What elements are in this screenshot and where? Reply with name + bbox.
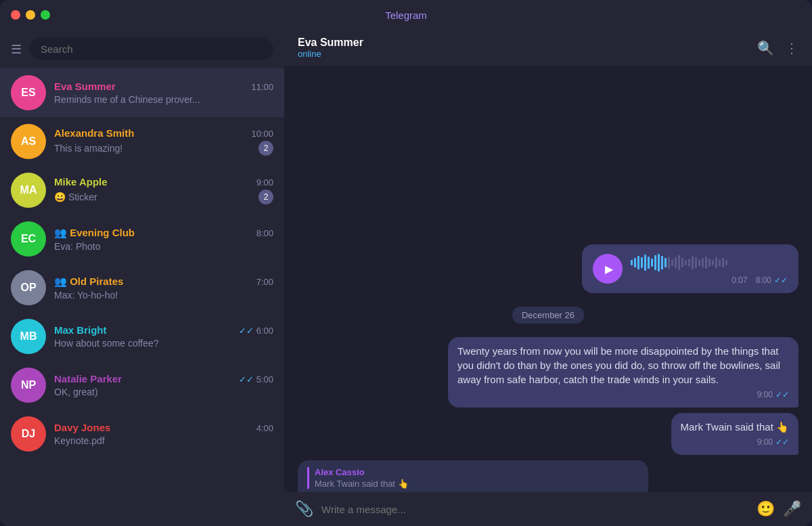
unread-badge: 2 <box>258 141 273 156</box>
play-button[interactable] <box>593 254 623 284</box>
audio-msg-time: 8:00 <box>756 276 771 285</box>
chat-preview: Eva: Photo <box>54 241 273 252</box>
chat-info-evening-club: 👥 Evening Club 8:00 Eva: Photo <box>54 227 273 252</box>
chat-time: 7:00 <box>256 277 273 287</box>
chat-info-eva-summer: Eva Summer 11:00 Reminds me of a Chinese… <box>54 81 273 105</box>
chat-preview: Reminds me of a Chinese prover... <box>54 94 273 105</box>
quote-text: Twenty years from now you will be more d… <box>457 345 780 385</box>
message-row-short: Mark Twain said that 👆 9:00 ✓✓ <box>298 413 798 455</box>
minimize-button[interactable] <box>26 10 35 20</box>
chat-time: 8:00 <box>256 228 273 238</box>
chat-name: Natalie Parker <box>54 373 122 385</box>
chat-item-max-bright[interactable]: MB Max Bright ✓✓ 6:00 How about some cof… <box>0 312 284 361</box>
reply-ref-text: Mark Twain said that 👆 <box>315 479 639 489</box>
search-icon[interactable]: 🔍 <box>757 40 774 56</box>
chat-header-actions: 🔍 ⋮ <box>757 40 798 56</box>
chat-info-davy-jones: Davy Jones 4:00 Keynote.pdf <box>54 422 273 446</box>
double-check-icon: ✓✓ <box>239 374 254 385</box>
search-input[interactable] <box>30 38 273 60</box>
reply-bubble: Alex Cassio Mark Twain said that 👆 Remin… <box>298 460 648 492</box>
chat-time: ✓✓ 5:00 <box>239 374 273 385</box>
avatar-eva-summer: ES <box>11 75 46 110</box>
chat-header: Eva Summer online 🔍 ⋮ <box>284 30 812 66</box>
chat-preview: 😀 Sticker 2 <box>54 190 273 204</box>
chat-item-mike-apple[interactable]: MA Mike Apple 9:00 😀 Sticker 2 <box>0 166 284 215</box>
message-row-audio: 0:07 8:00 ✓✓ <box>298 244 798 293</box>
short-meta: 9:00 ✓✓ <box>681 437 789 448</box>
chat-preview: This is amazing! 2 <box>54 141 273 156</box>
avatar-old-pirates: OP <box>11 270 46 305</box>
hamburger-icon[interactable]: ☰ <box>11 42 22 57</box>
avatar-alexandra-smith: AS <box>11 124 46 159</box>
double-check-icon: ✓✓ <box>775 437 789 448</box>
message-row-reply: Alex Cassio Mark Twain said that 👆 Remin… <box>298 460 798 492</box>
chat-top: Eva Summer 11:00 <box>54 81 273 92</box>
chat-header-info: Eva Summer online <box>298 37 363 59</box>
chat-info-old-pirates: 👥 Old Pirates 7:00 Max: Yo-ho-ho! <box>54 276 273 301</box>
chat-item-davy-jones[interactable]: DJ Davy Jones 4:00 Keynote.pdf <box>0 410 284 458</box>
chat-preview: Keynote.pdf <box>54 435 273 446</box>
double-check-icon: ✓✓ <box>775 389 789 401</box>
maximize-button[interactable] <box>41 10 50 20</box>
chat-time: 9:00 <box>256 177 273 188</box>
chat-item-natalie-parker[interactable]: NP Natalie Parker ✓✓ 5:00 OK, great) <box>0 361 284 410</box>
audio-bubble: 0:07 8:00 ✓✓ <box>582 244 798 293</box>
contact-status: online <box>298 49 363 59</box>
quote-time: 9:00 <box>757 389 773 401</box>
sidebar-header: ☰ <box>0 30 284 68</box>
chat-time: ✓✓ 6:00 <box>239 326 273 336</box>
message-row-image: Nearly missed this sunrise 7:00 <box>298 76 798 239</box>
avatar-max-bright: MB <box>11 319 46 354</box>
unread-badge: 2 <box>258 190 273 204</box>
chat-name: Mike Apple <box>54 176 108 188</box>
message-input[interactable] <box>321 504 748 515</box>
chat-item-old-pirates[interactable]: OP 👥 Old Pirates 7:00 Max: Yo-ho-ho! <box>0 263 284 312</box>
quote-meta: 9:00 ✓✓ <box>457 389 789 401</box>
waveform <box>631 253 748 273</box>
input-area: 📎 🙂 🎤 <box>284 492 812 526</box>
double-check-icon: ✓✓ <box>774 276 788 285</box>
reply-reference: Alex Cassio Mark Twain said that 👆 <box>307 467 639 489</box>
attach-icon[interactable]: 📎 <box>295 500 313 518</box>
chat-preview: Max: Yo-ho-ho! <box>54 290 273 301</box>
title-bar: Telegram <box>0 0 812 30</box>
avatar-evening-club: EC <box>11 221 46 257</box>
chat-name: Eva Summer <box>54 81 116 92</box>
date-label: December 26 <box>512 307 584 324</box>
chat-info-alexandra-smith: Alexandra Smith 10:00 This is amazing! 2 <box>54 127 273 156</box>
quote-bubble: Twenty years from now you will be more d… <box>448 337 798 408</box>
audio-msg-meta: 8:00 ✓✓ <box>756 276 788 285</box>
audio-info: 0:07 <box>631 253 748 285</box>
contact-name: Eva Summer <box>298 37 363 49</box>
double-check-icon: ✓✓ <box>239 326 254 336</box>
messages-container: Nearly missed this sunrise 7:00 <box>284 66 812 492</box>
short-text: Mark Twain said that 👆 <box>681 421 789 433</box>
short-bubble: Mark Twain said that 👆 9:00 ✓✓ <box>671 413 798 455</box>
chat-name: Max Bright <box>54 324 107 336</box>
short-time: 9:00 <box>757 437 773 448</box>
chat-item-alexandra-smith[interactable]: AS Alexandra Smith 10:00 This is amazing… <box>0 117 284 166</box>
chat-info-mike-apple: Mike Apple 9:00 😀 Sticker 2 <box>54 176 273 204</box>
app-container: Telegram ☰ ES Eva Summer 11:00 <box>0 0 812 526</box>
chat-name: Alexandra Smith <box>54 127 134 139</box>
sidebar: ☰ ES Eva Summer 11:00 Reminds me of a Ch… <box>0 30 284 526</box>
more-icon[interactable]: ⋮ <box>785 40 798 56</box>
message-row-quote: Twenty years from now you will be more d… <box>298 337 798 408</box>
chat-time: 4:00 <box>256 423 273 433</box>
chat-list: ES Eva Summer 11:00 Reminds me of a Chin… <box>0 68 284 526</box>
close-button[interactable] <box>11 10 20 20</box>
date-divider: December 26 <box>298 307 798 324</box>
chat-name: Davy Jones <box>54 422 110 433</box>
mic-icon[interactable]: 🎤 <box>783 500 801 518</box>
chat-preview: How about some coffee? <box>54 338 273 349</box>
chat-item-evening-club[interactable]: EC 👥 Evening Club 8:00 Eva: Photo <box>0 215 284 263</box>
chat-item-eva-summer[interactable]: ES Eva Summer 11:00 Reminds me of a Chin… <box>0 68 284 117</box>
reply-ref-author: Alex Cassio <box>315 467 639 477</box>
avatar-davy-jones: DJ <box>11 416 46 452</box>
chat-info-max-bright: Max Bright ✓✓ 6:00 How about some coffee… <box>54 324 273 349</box>
emoji-icon[interactable]: 🙂 <box>757 500 775 518</box>
chat-preview: OK, great) <box>54 387 273 397</box>
avatar-mike-apple: MA <box>11 173 46 208</box>
chat-info-natalie-parker: Natalie Parker ✓✓ 5:00 OK, great) <box>54 373 273 397</box>
window-controls <box>11 10 50 20</box>
